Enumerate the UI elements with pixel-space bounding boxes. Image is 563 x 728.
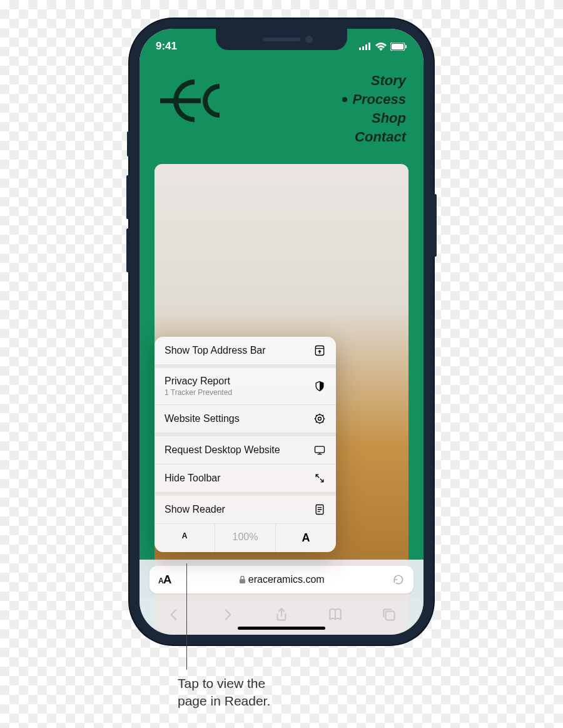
zoom-row: A 100% A xyxy=(155,524,336,552)
svg-rect-2 xyxy=(365,44,367,50)
menu-label: Website Settings xyxy=(165,413,240,424)
nav-contact[interactable]: Contact xyxy=(355,129,406,145)
menu-hide-toolbar[interactable]: Hide Toolbar xyxy=(155,464,336,493)
reload-icon[interactable] xyxy=(392,573,405,586)
menu-label: Show Reader xyxy=(165,504,225,515)
desktop-icon xyxy=(313,444,326,456)
zoom-in-button[interactable]: A xyxy=(276,524,336,552)
svg-rect-26 xyxy=(240,579,245,583)
phone-frame: 9:41 Story Process Shop xyxy=(129,19,434,645)
menu-label: Hide Toolbar xyxy=(165,473,221,484)
zoom-level[interactable]: 100% xyxy=(215,524,276,552)
privacy-sub: 1 Tracker Prevented xyxy=(165,388,232,397)
site-logo xyxy=(157,73,238,129)
status-time: 9:41 xyxy=(156,40,177,53)
svg-rect-1 xyxy=(362,46,364,50)
tabs-button[interactable] xyxy=(381,607,397,623)
shield-icon xyxy=(313,380,326,392)
svg-rect-5 xyxy=(392,44,403,49)
expand-icon xyxy=(313,472,326,484)
svg-rect-3 xyxy=(368,43,370,50)
url-display[interactable]: eraceramics.com xyxy=(177,574,386,585)
phone-notch xyxy=(216,29,347,50)
gear-icon xyxy=(313,413,326,425)
page-settings-menu: Show Top Address Bar Privacy Report 1 Tr… xyxy=(155,337,336,552)
nav-process[interactable]: Process xyxy=(342,91,406,108)
menu-label: Request Desktop Website xyxy=(165,444,280,456)
lock-icon xyxy=(239,575,246,584)
cellular-icon xyxy=(359,43,372,50)
menu-privacy-report[interactable]: Privacy Report 1 Tracker Prevented xyxy=(155,365,336,405)
svg-point-10 xyxy=(318,418,322,421)
menu-show-top-address-bar[interactable]: Show Top Address Bar xyxy=(155,337,336,365)
home-indicator[interactable] xyxy=(238,627,325,630)
address-bar-top-icon xyxy=(313,344,326,357)
menu-label: Privacy Report 1 Tracker Prevented xyxy=(165,376,232,397)
phone-screen: 9:41 Story Process Shop xyxy=(139,29,424,635)
forward-button[interactable] xyxy=(220,607,236,623)
svg-rect-27 xyxy=(386,612,395,620)
wifi-icon xyxy=(375,43,387,51)
svg-rect-6 xyxy=(405,45,407,48)
nav-story[interactable]: Story xyxy=(371,73,406,89)
zoom-out-button[interactable]: A xyxy=(155,524,215,552)
back-button[interactable] xyxy=(166,607,182,623)
page-settings-button[interactable]: AA xyxy=(158,573,171,587)
menu-website-settings[interactable]: Website Settings xyxy=(155,405,336,433)
callout-line xyxy=(186,563,187,670)
svg-rect-0 xyxy=(359,48,361,50)
site-nav: Story Process Shop Contact xyxy=(342,73,406,145)
address-bar-container: AA eraceramics.com xyxy=(139,560,424,600)
address-bar[interactable]: AA eraceramics.com xyxy=(150,566,413,593)
menu-request-desktop[interactable]: Request Desktop Website xyxy=(155,433,336,464)
menu-show-reader[interactable]: Show Reader xyxy=(155,493,336,524)
reader-icon xyxy=(313,503,326,516)
menu-label: Show Top Address Bar xyxy=(165,345,266,356)
bookmarks-button[interactable] xyxy=(327,607,343,623)
battery-icon xyxy=(390,43,407,51)
callout-text: Tap to view the page in Reader. xyxy=(178,675,340,710)
nav-shop[interactable]: Shop xyxy=(372,110,406,126)
share-button[interactable] xyxy=(273,607,290,623)
svg-rect-19 xyxy=(315,446,325,453)
